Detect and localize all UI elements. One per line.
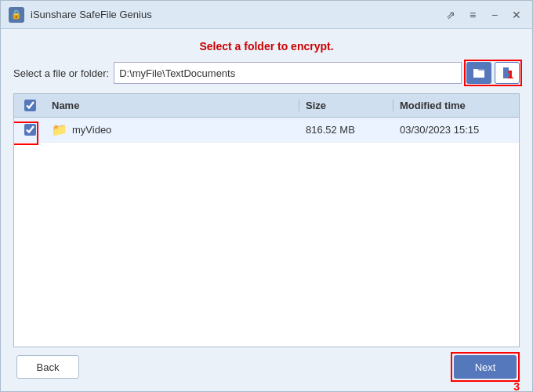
table-header: Name Size Modified time — [14, 94, 519, 118]
app-icon: 🔒 — [9, 7, 24, 23]
row-checkbox-cell: 2 — [14, 124, 45, 136]
window-controls: ⇗ ≡ − ✕ — [443, 7, 524, 23]
close-button[interactable]: ✕ — [509, 7, 524, 23]
column-modified-header: Modified time — [393, 100, 519, 111]
step3-number: 3 — [513, 380, 520, 392]
row-modified-cell: 03/30/2023 15:15 — [393, 124, 519, 136]
folder-icon: 📁 — [52, 122, 67, 137]
row-name-cell: 📁 myVideo — [45, 122, 299, 137]
titlebar: 🔒 iSunshare SafeFile Genius ⇗ ≡ − ✕ — [1, 1, 532, 29]
browse-folder-button[interactable] — [466, 62, 491, 84]
main-window: 🔒 iSunshare SafeFile Genius ⇗ ≡ − ✕ Sele… — [0, 0, 533, 392]
row-size-cell: 816.52 MB — [299, 124, 393, 136]
file-table: Name Size Modified time 2 📁 myVideo 816.… — [13, 93, 520, 347]
back-button[interactable]: Back — [16, 355, 79, 379]
row-checkbox[interactable] — [24, 124, 36, 136]
header-checkbox-cell — [14, 100, 45, 111]
row-name: myVideo — [72, 124, 111, 136]
column-name-header: Name — [45, 100, 299, 111]
step1-number: 1 — [507, 68, 513, 81]
share-button[interactable]: ⇗ — [443, 7, 459, 23]
minimize-button[interactable]: − — [487, 7, 502, 23]
browse-buttons: 1 — [466, 62, 520, 84]
file-selector-label: Select a file or folder: — [13, 67, 109, 79]
next-button[interactable]: Next — [454, 355, 517, 379]
footer: Back Next 3 — [13, 347, 520, 383]
column-size-header: Size — [299, 100, 393, 111]
next-area: Next 3 — [454, 355, 517, 379]
table-row: 2 📁 myVideo 816.52 MB 03/30/2023 15:15 — [14, 118, 519, 143]
menu-button[interactable]: ≡ — [465, 7, 480, 23]
content-area: Select a folder to encrypt. Select a fil… — [1, 29, 532, 391]
file-selector-row: Select a file or folder: — [13, 62, 520, 84]
window-title: iSunshare SafeFile Genius — [31, 9, 443, 20]
table-body: 2 📁 myVideo 816.52 MB 03/30/2023 15:15 — [14, 118, 519, 347]
file-path-input[interactable] — [114, 62, 462, 84]
instruction-text: Select a folder to encrypt. — [13, 40, 520, 53]
header-checkbox[interactable] — [24, 100, 36, 111]
